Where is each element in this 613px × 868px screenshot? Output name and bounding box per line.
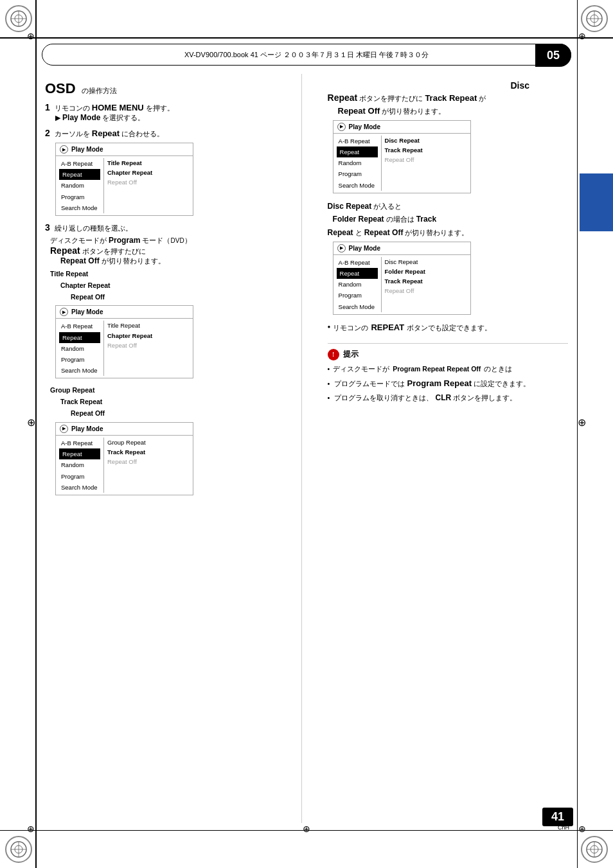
pm2-disc-icon: ▶	[60, 308, 68, 316]
osd-heading: OSD の操作方法	[45, 80, 285, 97]
title-repeat-label: Title Repeat	[50, 270, 88, 278]
step1-japanese: リモコンの	[55, 104, 90, 112]
right-repeat-label: Repeat	[328, 93, 358, 103]
pm3-right: Group Repeat Track Repeat Repeat Off	[104, 438, 193, 493]
pm1-item-repeat: Repeat	[59, 169, 100, 180]
note-bullet1: • ディスクモードが Program Repeat Repeat Off のとき…	[328, 364, 568, 375]
chapter-badge: 05	[535, 44, 571, 67]
pm3-header: ▶ Play Mode	[56, 423, 193, 436]
pm5-right: Disc Repeat Folder Repeat Track Repeat R…	[382, 257, 470, 312]
note-section: ! 提示 • ディスクモードが Program Repeat Repeat Of…	[328, 343, 568, 403]
step3-num: 3	[45, 222, 50, 233]
clr-label: CLR	[436, 393, 452, 402]
step1-home-menu: HOME MENU	[92, 103, 144, 112]
top-left-crosshair: ⊕	[27, 31, 35, 42]
main-content: OSD の操作方法 1 リモコンの HOME MENU を押す。 ▶ Play …	[45, 74, 568, 823]
step2-repeat: Repeat	[92, 128, 120, 138]
repeat-off2-label: Repeat Off	[364, 228, 404, 237]
play-mode-menu-2: ▶ Play Mode A-B Repeat Repeat Random Pro…	[55, 305, 193, 378]
disc-label: Disc	[510, 80, 529, 91]
note-bullet1-text: Program Repeat Repeat Off	[393, 364, 481, 375]
pm1-right-off: Repeat Off	[107, 177, 190, 187]
pm4-body: A-B Repeat Repeat Random Program Search …	[333, 134, 470, 193]
pm3-disc-icon: ▶	[60, 425, 68, 433]
group-repeat-label: Group Repeat	[50, 386, 94, 394]
pm4-right: Disc Repeat Track Repeat Repeat Off	[382, 136, 470, 191]
osd-title: OSD	[45, 80, 76, 96]
pm5-header: ▶ Play Mode	[333, 242, 470, 255]
osd-japanese: の操作方法	[82, 87, 117, 94]
pm1-right: Title Repeat Chapter Repeat Repeat Off	[104, 158, 193, 213]
pm2-body: A-B Repeat Repeat Random Program Search …	[56, 319, 193, 378]
disc-repeat-label: Disc Repeat	[328, 202, 372, 211]
note-title: 提示	[343, 349, 359, 360]
pm5-body: A-B Repeat Repeat Random Program Search …	[333, 255, 470, 314]
repeat-note: • リモコンの REPEAT ボタンでも設定できます。	[328, 323, 568, 333]
step1-sub-arrow: ▶	[55, 114, 60, 121]
pm2-header-text: Play Mode	[71, 308, 103, 315]
play-mode-menu-1: ▶ Play Mode A-B Repeat Repeat Random Pro…	[55, 143, 193, 216]
pm1-item-ab: A-B Repeat	[59, 158, 100, 169]
mid-right-crosshair: ⊕	[578, 416, 586, 429]
top-border-line	[0, 37, 613, 39]
step3-repeat-off: Repeat Off	[60, 256, 100, 265]
chapter-repeat-label: Chapter Repeat	[60, 281, 111, 289]
group-track-section: Group Repeat Track Repeat Repeat Off	[50, 385, 285, 420]
program-section: ディスクモードが Program モード（DVD） Repeat ボタンを押すた…	[50, 236, 285, 266]
bottom-left-crosshair: ⊕	[27, 824, 35, 835]
step2-japanese: カーソルを	[55, 130, 90, 137]
step1-sub: ▶ Play Mode を選択する。	[45, 113, 285, 123]
track-label2: Track	[416, 215, 436, 224]
corner-ornament-br	[581, 836, 608, 863]
disc-section: Disc Repeat ボタンを押すたびに Track Repeat が Rep…	[328, 80, 568, 116]
pm1-disc-icon: ▶	[60, 145, 68, 154]
bottom-center-crosshair: ⊕	[303, 824, 310, 835]
corner-ornament-tl	[5, 5, 32, 32]
pm5-header-text: Play Mode	[349, 245, 380, 252]
program-repeat-label: Program Repeat	[407, 378, 472, 388]
pm1-right-title: Title Repeat	[107, 158, 190, 168]
mid-left-crosshair: ⊕	[27, 416, 35, 429]
corner-ornament-bl	[5, 836, 32, 863]
pm3-left: A-B Repeat Repeat Random Program Search …	[56, 438, 104, 493]
pm1-item-random: Random	[59, 180, 100, 191]
right-repeat-off: Repeat Off	[338, 106, 380, 116]
pm2-right: Title Repeat Chapter Repeat Repeat Off	[104, 321, 193, 376]
note-bullet3-dot: •	[328, 394, 330, 402]
pm1-item-program: Program	[59, 191, 100, 202]
page-label: ChH	[558, 824, 569, 831]
pm4-header-text: Play Mode	[349, 123, 380, 130]
disc-folder-section: Disc Repeat が入ると Folder Repeat の場合は Trac…	[328, 200, 568, 239]
note-icon: !	[328, 349, 339, 360]
step2-japanese2: に合わせる。	[121, 130, 164, 137]
pm4-disc-icon: ▶	[337, 123, 346, 131]
header-info-box: XV-DV900/700.book 41 ページ ２００３年７月３１日 木曜日 …	[42, 44, 571, 66]
folder-repeat-label: Folder Repeat	[333, 215, 384, 224]
pm1-left: A-B Repeat Repeat Random Program Search …	[56, 158, 104, 213]
pm5-disc-icon: ▶	[337, 244, 346, 252]
left-border-line	[35, 0, 37, 868]
program-label: Program	[109, 236, 140, 245]
bottom-right-crosshair: ⊕	[578, 824, 586, 835]
pm4-left: A-B Repeat Repeat Random Program Search …	[333, 136, 382, 191]
right-track-repeat: Track Repeat	[425, 93, 477, 103]
pm1-body: A-B Repeat Repeat Random Program Search …	[56, 156, 193, 215]
repeat-off-label: Repeat Off	[71, 293, 105, 301]
pm3-body: A-B Repeat Repeat Random Program Search …	[56, 436, 193, 495]
step1: 1 リモコンの HOME MENU を押す。 ▶ Play Mode を選択する…	[45, 102, 285, 123]
right-border-line	[577, 0, 578, 868]
repeat-button-label: REPEAT	[371, 323, 404, 332]
center-divider	[301, 74, 302, 823]
blue-accent-block	[580, 173, 613, 231]
corner-ornament-tr	[581, 5, 608, 32]
pm2-header: ▶ Play Mode	[56, 306, 193, 319]
pm1-header: ▶ Play Mode	[56, 143, 193, 156]
step1-japanese2: を押す。	[146, 104, 174, 112]
page-number-badge: 41	[542, 808, 573, 826]
play-mode-menu-5: ▶ Play Mode A-B Repeat Repeat Random Pro…	[333, 242, 471, 315]
step3: 3 繰り返しの種類を選ぶ。	[45, 222, 285, 233]
top-right-crosshair: ⊕	[578, 31, 586, 42]
note-bullet2-dot: •	[328, 380, 330, 387]
play-mode-menu-4: ▶ Play Mode A-B Repeat Repeat Random Pro…	[333, 120, 471, 193]
repeat-off3-label: Repeat Off	[71, 409, 105, 417]
